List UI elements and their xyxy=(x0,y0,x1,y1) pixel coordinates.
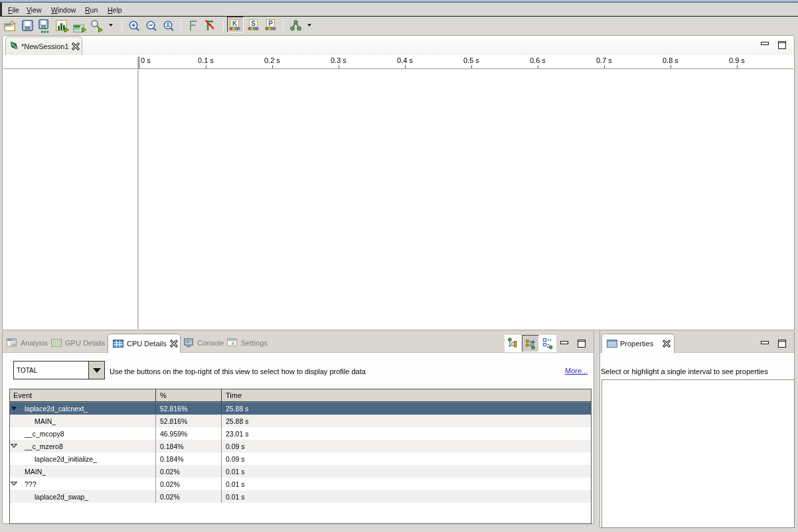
svg-text:S: S xyxy=(251,20,256,27)
svg-text:P: P xyxy=(268,20,273,27)
svg-text:K: K xyxy=(232,20,238,27)
